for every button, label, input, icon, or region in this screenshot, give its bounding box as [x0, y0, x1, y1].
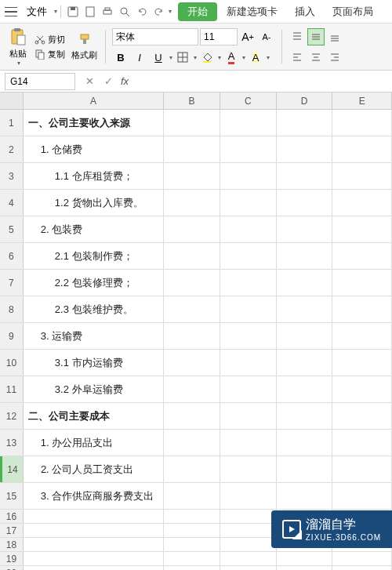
row-header[interactable]: 10	[0, 350, 24, 376]
cell[interactable]	[24, 538, 164, 551]
cell[interactable]	[164, 456, 220, 482]
row-header[interactable]: 2	[0, 136, 24, 162]
print-icon[interactable]	[99, 3, 116, 20]
cell[interactable]	[164, 296, 220, 322]
row-header[interactable]: 1	[0, 110, 24, 136]
highlight-button[interactable]: A	[247, 49, 264, 66]
name-box[interactable]: G14	[5, 73, 75, 90]
cell[interactable]	[332, 190, 392, 216]
cell[interactable]	[277, 403, 333, 429]
cell[interactable]	[220, 296, 277, 322]
cell[interactable]: 2. 公司人员工资支出	[24, 456, 164, 482]
cell[interactable]	[332, 403, 392, 429]
font-size-select[interactable]	[200, 28, 238, 45]
tab-layout[interactable]: 页面布局	[325, 2, 381, 21]
cell[interactable]: 一、公司主要收入来源	[24, 110, 164, 136]
cell[interactable]	[277, 323, 333, 349]
chevron-down-icon[interactable]: ▾	[169, 8, 172, 15]
row-header[interactable]: 16	[0, 510, 24, 523]
cell[interactable]	[164, 323, 220, 349]
cell[interactable]: 1. 办公用品支出	[24, 430, 164, 456]
cell[interactable]	[164, 403, 220, 429]
cell[interactable]	[332, 350, 392, 376]
cell[interactable]	[277, 456, 333, 482]
cell[interactable]	[277, 376, 333, 402]
row-header[interactable]: 18	[0, 538, 24, 551]
font-name-select[interactable]	[112, 28, 198, 45]
cell[interactable]	[332, 163, 392, 189]
cell[interactable]: 1.2 货物出入库费。	[24, 190, 164, 216]
col-header-c[interactable]: C	[220, 93, 277, 109]
row-header[interactable]: 5	[0, 216, 24, 242]
cell[interactable]	[332, 296, 392, 322]
cell[interactable]	[220, 163, 277, 189]
cell[interactable]: 1.1 仓库租赁费；	[24, 163, 164, 189]
font-shrink-button[interactable]: A-	[258, 28, 275, 45]
cell[interactable]	[164, 566, 220, 570]
cell[interactable]: 3.2 外阜运输费	[24, 376, 164, 402]
tab-new[interactable]: 新建选项卡	[219, 2, 285, 21]
cell[interactable]	[24, 552, 164, 565]
cell[interactable]	[164, 190, 220, 216]
row-header[interactable]: 14	[0, 456, 24, 482]
cell[interactable]	[220, 566, 277, 570]
cell[interactable]	[220, 216, 277, 242]
tab-start[interactable]: 开始	[178, 2, 217, 21]
cell[interactable]	[164, 243, 220, 269]
cell[interactable]	[164, 110, 220, 136]
cell[interactable]	[332, 270, 392, 296]
col-header-a[interactable]: A	[24, 93, 164, 109]
redo-icon[interactable]	[151, 3, 168, 20]
cell[interactable]	[220, 538, 277, 551]
cell[interactable]	[277, 216, 333, 242]
cell[interactable]	[164, 216, 220, 242]
preview-icon[interactable]	[116, 3, 133, 20]
cell[interactable]	[220, 483, 277, 509]
cell[interactable]: 2.1 包装制作费；	[24, 243, 164, 269]
cell[interactable]	[277, 110, 333, 136]
row-header[interactable]: 20	[0, 566, 24, 570]
save-icon[interactable]	[64, 3, 82, 20]
cell[interactable]	[220, 510, 277, 523]
cell[interactable]	[220, 403, 277, 429]
align-left-button[interactable]	[289, 49, 306, 66]
cell[interactable]	[220, 323, 277, 349]
fx-label[interactable]: fx	[121, 75, 129, 87]
row-header[interactable]: 12	[0, 403, 24, 429]
row-header[interactable]: 3	[0, 163, 24, 189]
col-header-e[interactable]: E	[332, 93, 392, 109]
cell[interactable]: 二、公司主要成本	[24, 403, 164, 429]
cell[interactable]: 3. 合作供应商服务费支出	[24, 483, 164, 509]
cell[interactable]	[164, 350, 220, 376]
font-grow-button[interactable]: A+	[239, 28, 256, 45]
cell[interactable]	[164, 163, 220, 189]
cell[interactable]	[220, 376, 277, 402]
cell[interactable]	[220, 270, 277, 296]
cell[interactable]: 1. 仓储费	[24, 136, 164, 162]
row-header[interactable]: 8	[0, 296, 24, 322]
new-icon[interactable]	[82, 3, 99, 20]
row-header[interactable]: 19	[0, 552, 24, 565]
tab-insert[interactable]: 插入	[287, 2, 323, 21]
cell[interactable]	[277, 296, 333, 322]
cell[interactable]	[332, 136, 392, 162]
cell[interactable]	[24, 524, 164, 537]
cell[interactable]	[220, 136, 277, 162]
cell[interactable]	[220, 190, 277, 216]
cell[interactable]	[332, 430, 392, 456]
cell[interactable]	[277, 483, 333, 509]
cell[interactable]	[332, 566, 392, 570]
font-color-button[interactable]: A	[223, 49, 240, 66]
format-painter-button[interactable]: 格式刷	[70, 32, 99, 62]
file-menu[interactable]: 文件	[20, 3, 53, 20]
select-all-corner[interactable]	[0, 93, 24, 109]
copy-button[interactable]: 复制	[33, 48, 67, 61]
cell[interactable]	[277, 163, 333, 189]
row-header[interactable]: 17	[0, 524, 24, 537]
cell[interactable]	[332, 483, 392, 509]
row-header[interactable]: 15	[0, 483, 24, 509]
cancel-icon[interactable]: ✕	[80, 73, 99, 90]
row-header[interactable]: 9	[0, 323, 24, 349]
cell[interactable]: 2. 包装费	[24, 216, 164, 242]
cell[interactable]	[332, 376, 392, 402]
